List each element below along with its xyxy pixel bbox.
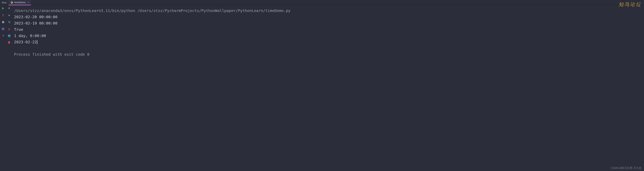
run-toolwindow-header: Run: timeDemo × bbox=[0, 0, 644, 5]
layout-icon[interactable] bbox=[2, 27, 4, 30]
tab-label: timeDemo bbox=[14, 1, 26, 4]
step-up-icon[interactable] bbox=[8, 7, 11, 10]
output-line: 2023-02-19 00:00:00 bbox=[14, 20, 642, 26]
close-tab-icon[interactable]: × bbox=[28, 1, 29, 4]
svg-rect-3 bbox=[2, 21, 4, 23]
svg-rect-5 bbox=[3, 28, 4, 29]
gutter-col-1 bbox=[0, 7, 6, 171]
exit-message: Process finished with exit code 0 bbox=[14, 51, 642, 58]
svg-point-0 bbox=[3, 14, 4, 15]
run-tab-timedemo[interactable]: timeDemo × bbox=[8, 0, 31, 5]
svg-rect-7 bbox=[3, 29, 4, 30]
output-line: 2023-02-20 00:00:00 bbox=[14, 14, 642, 20]
more-icon[interactable] bbox=[2, 14, 4, 17]
scroll-end-icon[interactable] bbox=[8, 27, 11, 30]
print-icon[interactable] bbox=[8, 34, 11, 37]
pin-icon[interactable] bbox=[2, 34, 4, 37]
text-cursor bbox=[37, 40, 38, 44]
gutter-col-2 bbox=[6, 7, 12, 171]
console-output[interactable]: /Users/stzz/anaconda3/envs/PythonLearn3.… bbox=[12, 5, 644, 171]
svg-rect-4 bbox=[2, 28, 3, 29]
output-line: True bbox=[14, 26, 642, 33]
run-icon[interactable] bbox=[2, 7, 4, 10]
run-toolwindow-body: /Users/stzz/anaconda3/envs/PythonLearn3.… bbox=[0, 5, 644, 171]
stop-icon[interactable] bbox=[2, 21, 4, 24]
svg-rect-10 bbox=[8, 36, 10, 37]
command-line: /Users/stzz/anaconda3/envs/PythonLearn3.… bbox=[14, 8, 642, 14]
svg-point-1 bbox=[3, 15, 4, 16]
watermark-bottom-right: CSDN @双天至尊-王天龙 bbox=[611, 166, 641, 170]
svg-point-2 bbox=[3, 16, 4, 16]
step-down-icon[interactable] bbox=[8, 14, 11, 17]
svg-rect-8 bbox=[8, 35, 10, 35]
delete-icon[interactable] bbox=[8, 41, 11, 44]
output-line: 2023-02-22 bbox=[14, 39, 642, 45]
run-gutter bbox=[0, 5, 12, 171]
watermark-top-right: 知鸟论坛 bbox=[618, 1, 641, 8]
svg-rect-6 bbox=[2, 29, 3, 30]
run-label: Run: bbox=[0, 1, 8, 4]
python-file-icon bbox=[10, 1, 13, 4]
output-line: 1 day, 0:00:00 bbox=[14, 33, 642, 39]
wrap-icon[interactable] bbox=[8, 21, 11, 24]
